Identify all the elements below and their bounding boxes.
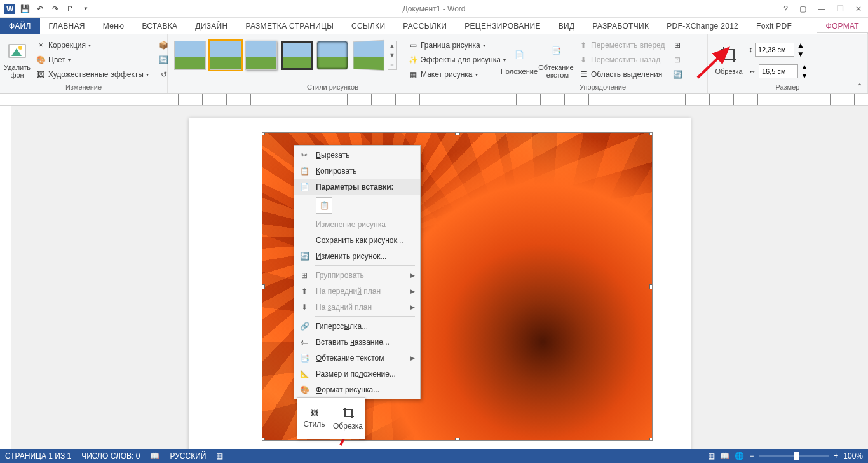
forward-icon: ⬆ bbox=[578, 40, 588, 50]
height-input[interactable] bbox=[755, 43, 794, 57]
height-up-icon[interactable]: ▲ bbox=[797, 41, 804, 50]
ribbon-display-icon[interactable]: ▢ bbox=[797, 3, 809, 15]
proofing-icon[interactable]: 📖 bbox=[150, 452, 159, 460]
mini-crop-button[interactable]: Обрезка bbox=[331, 398, 365, 439]
paste-option-button[interactable]: 📋 bbox=[316, 197, 332, 214]
qat-dropdown-icon[interactable]: ▼ bbox=[79, 2, 93, 16]
width-input[interactable] bbox=[759, 64, 798, 78]
align-button[interactable]: ⊞ bbox=[670, 38, 685, 52]
picture-layout-button[interactable]: ▦Макет рисунка ▾ bbox=[405, 67, 508, 81]
language-indicator[interactable]: РУССКИЙ bbox=[170, 452, 206, 460]
send-backward-button[interactable]: ⬇Переместить назад bbox=[576, 53, 667, 67]
ctx-format-picture[interactable]: 🎨Формат рисунка... bbox=[294, 382, 420, 397]
tab-pdfxchange[interactable]: PDF-XChange 2012 bbox=[658, 18, 747, 34]
document-area[interactable] bbox=[11, 106, 868, 449]
tab-review[interactable]: РЕЦЕНЗИРОВАНИЕ bbox=[456, 18, 550, 34]
ctx-save-as-picture[interactable]: Сохранить как рисунок... bbox=[294, 232, 420, 248]
tab-references[interactable]: ССЫЛКИ bbox=[342, 18, 394, 34]
undo-icon[interactable]: ↶ bbox=[33, 2, 47, 16]
height-down-icon[interactable]: ▼ bbox=[797, 50, 804, 59]
ctx-size-position[interactable]: 📐Размер и положение... bbox=[294, 366, 420, 382]
position-button[interactable]: 📄Положение bbox=[502, 38, 536, 81]
group-button[interactable]: ⊡ bbox=[670, 53, 685, 67]
maximize-icon[interactable]: ❐ bbox=[834, 3, 846, 15]
tab-view[interactable]: ВИД bbox=[550, 18, 584, 34]
crop-button[interactable]: Обрезка bbox=[712, 38, 746, 81]
workspace bbox=[0, 106, 868, 449]
wrap-text-button[interactable]: 📑Обтекание текстом bbox=[539, 38, 573, 81]
gallery-more-icon[interactable]: ≡ bbox=[388, 60, 396, 69]
window-controls: ? ▢ — ❐ ✕ bbox=[781, 3, 864, 15]
group-label-adjust: Изменение bbox=[4, 82, 163, 92]
word-icon[interactable]: W bbox=[3, 2, 17, 16]
tab-layout[interactable]: РАЗМЕТКА СТРАНИЦЫ bbox=[236, 18, 342, 34]
ctx-insert-caption[interactable]: 🏷Вставить название... bbox=[294, 334, 420, 350]
tab-menu[interactable]: Меню bbox=[94, 18, 133, 34]
tab-format[interactable]: ФОРМАТ bbox=[817, 18, 868, 34]
height-icon: ↕ bbox=[749, 45, 752, 54]
rotate-button[interactable]: 🔄 bbox=[670, 67, 685, 81]
style-thumb[interactable] bbox=[353, 40, 384, 71]
zoom-level[interactable]: 100% bbox=[843, 452, 863, 460]
new-doc-icon[interactable]: 🗋 bbox=[64, 2, 78, 16]
group-icon: ⊞ bbox=[299, 270, 309, 280]
style-thumb[interactable] bbox=[210, 41, 241, 70]
style-thumb[interactable] bbox=[174, 41, 206, 70]
remove-bg-button[interactable]: Удалить фон bbox=[4, 38, 31, 81]
page-indicator[interactable]: СТРАНИЦА 1 ИЗ 1 bbox=[5, 452, 71, 460]
view-print-icon[interactable]: ▦ bbox=[708, 452, 715, 460]
picture-effects-button[interactable]: ✨Эффекты для рисунка ▾ bbox=[405, 53, 508, 67]
width-down-icon[interactable]: ▼ bbox=[801, 71, 808, 80]
gallery-down-icon[interactable]: ▼ bbox=[388, 51, 396, 60]
word-count[interactable]: ЧИСЛО СЛОВ: 0 bbox=[81, 452, 140, 460]
style-thumb[interactable] bbox=[316, 41, 348, 70]
style-thumb[interactable] bbox=[245, 41, 277, 70]
resize-handle[interactable] bbox=[262, 284, 265, 289]
view-web-icon[interactable]: 🌐 bbox=[735, 452, 744, 460]
width-up-icon[interactable]: ▲ bbox=[801, 62, 808, 71]
macro-icon[interactable]: ▦ bbox=[216, 452, 223, 460]
resize-handle[interactable] bbox=[649, 438, 653, 441]
bring-forward-button[interactable]: ⬆Переместить вперед bbox=[576, 38, 667, 52]
tab-foxit[interactable]: Foxit PDF bbox=[747, 18, 801, 34]
tab-home[interactable]: ГЛАВНАЯ bbox=[40, 18, 94, 34]
effects-icon: ✨ bbox=[408, 55, 418, 65]
close-icon[interactable]: ✕ bbox=[853, 3, 864, 15]
gallery-up-icon[interactable]: ▲ bbox=[388, 41, 396, 51]
resize-handle[interactable] bbox=[455, 132, 460, 135]
minimize-icon[interactable]: — bbox=[815, 3, 828, 15]
tab-mailings[interactable]: РАССЫЛКИ bbox=[394, 18, 456, 34]
align-icon: ⊞ bbox=[672, 40, 682, 50]
picture-border-button[interactable]: ▭Граница рисунка ▾ bbox=[405, 38, 508, 52]
resize-handle[interactable] bbox=[455, 438, 460, 441]
color-button[interactable]: 🎨Цвет ▾ bbox=[33, 53, 151, 67]
collapse-ribbon-icon[interactable]: ⌃ bbox=[857, 82, 863, 91]
redo-icon[interactable]: ↷ bbox=[48, 2, 62, 16]
mini-style-button[interactable]: 🖼Стиль bbox=[297, 398, 331, 439]
app-title: Документ1 - Word bbox=[402, 4, 465, 13]
view-read-icon[interactable]: 📖 bbox=[720, 452, 729, 460]
tab-developer[interactable]: РАЗРАБОТЧИК bbox=[583, 18, 658, 34]
tab-design[interactable]: ДИЗАЙН bbox=[186, 18, 236, 34]
zoom-in-icon[interactable]: + bbox=[834, 452, 838, 460]
tab-file[interactable]: ФАЙЛ bbox=[0, 18, 40, 34]
save-icon[interactable]: 💾 bbox=[18, 2, 32, 16]
ctx-wrap-text[interactable]: 📑Обтекание текстом▶ bbox=[294, 350, 420, 366]
artistic-effects-button[interactable]: 🖼Художественные эффекты ▾ bbox=[33, 67, 151, 81]
style-thumb[interactable] bbox=[281, 41, 313, 70]
resize-handle[interactable] bbox=[262, 438, 265, 441]
zoom-slider[interactable] bbox=[759, 455, 829, 457]
selection-pane-button[interactable]: ☰Область выделения bbox=[576, 67, 667, 81]
resize-handle[interactable] bbox=[262, 132, 265, 135]
zoom-out-icon[interactable]: − bbox=[749, 452, 754, 460]
resize-handle[interactable] bbox=[649, 284, 653, 289]
ctx-copy[interactable]: 📋Копировать bbox=[294, 163, 420, 179]
ctx-cut[interactable]: ✂Вырезать bbox=[294, 147, 420, 163]
wrap-icon: 📑 bbox=[299, 353, 309, 363]
help-icon[interactable]: ? bbox=[781, 3, 790, 15]
corrections-button[interactable]: ☀Коррекция ▾ bbox=[33, 38, 151, 52]
tab-insert[interactable]: ВСТАВКА bbox=[133, 18, 186, 34]
ctx-change-picture[interactable]: 🔄Изменить рисунок... bbox=[294, 248, 420, 264]
resize-handle[interactable] bbox=[649, 132, 653, 135]
ctx-hyperlink[interactable]: 🔗Гиперссылка... bbox=[294, 318, 420, 334]
